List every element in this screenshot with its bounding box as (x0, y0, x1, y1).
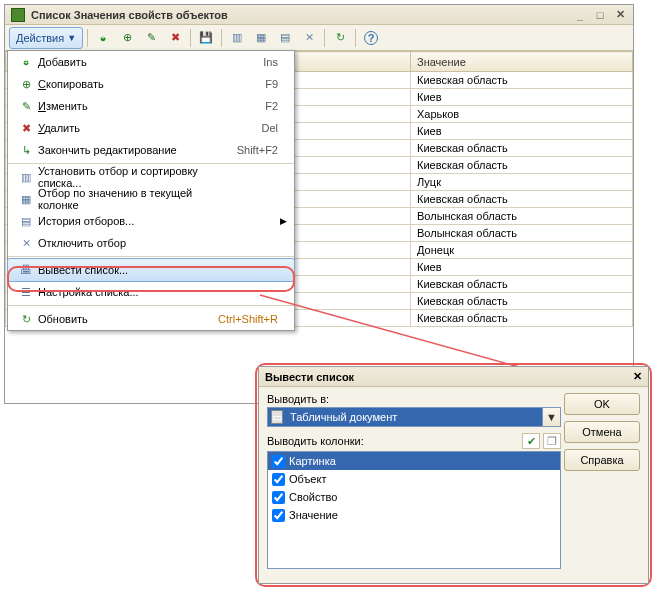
minimize-button[interactable]: _ (573, 8, 587, 22)
menu-filter-history[interactable]: История отборов...▶ (8, 210, 294, 232)
columns-checklist[interactable]: КартинкаОбъектСвойствоЗначение (267, 451, 561, 569)
output-to-label: Выводить в: (267, 393, 561, 405)
save-button[interactable] (195, 27, 217, 49)
filter-button-2[interactable] (250, 27, 272, 49)
col-header-value[interactable]: Значение (411, 52, 633, 72)
window-title: Список Значения свойств объектов (31, 9, 573, 21)
close-button[interactable]: ✕ (613, 8, 627, 22)
help-button[interactable] (360, 27, 382, 49)
titlebar: Список Значения свойств объектов _ □ ✕ (5, 5, 633, 25)
check-item[interactable]: Картинка (268, 452, 560, 470)
output-to-combo[interactable]: Табличный документ ▼ (267, 407, 561, 427)
refresh-button[interactable] (329, 27, 351, 49)
combo-dropdown-button[interactable]: ▼ (542, 408, 560, 426)
menu-config-list[interactable]: Настройка списка... (8, 281, 294, 303)
help-button-dialog[interactable]: Справка (564, 449, 640, 471)
app-icon (11, 8, 25, 22)
menu-endedit[interactable]: Закончить редактированиеShift+F2 (8, 139, 294, 161)
uncheck-all-button[interactable] (543, 433, 561, 449)
menu-refresh[interactable]: ОбновитьCtrl+Shift+R (8, 308, 294, 330)
output-dialog: Вывести список ✕ Выводить в: Табличный д… (258, 366, 649, 584)
column-checkbox[interactable] (272, 509, 285, 522)
context-menu: ДобавитьIns СкопироватьF9 ИзменитьF2 Уда… (7, 50, 295, 331)
columns-label: Выводить колонки: (267, 435, 364, 447)
ok-button[interactable]: OK (564, 393, 640, 415)
menu-filter-off[interactable]: Отключить отбор (8, 232, 294, 254)
column-checkbox[interactable] (272, 455, 285, 468)
menu-set-filter[interactable]: Установить отбор и сортировку списка... (8, 166, 294, 188)
menu-copy[interactable]: СкопироватьF9 (8, 73, 294, 95)
check-all-button[interactable] (522, 433, 540, 449)
document-icon (270, 410, 284, 424)
column-checkbox[interactable] (272, 473, 285, 486)
dialog-close-button[interactable]: ✕ (633, 370, 642, 383)
menu-filter-by-column[interactable]: Отбор по значению в текущей колонке (8, 188, 294, 210)
dialog-title: Вывести список (265, 371, 354, 383)
filter-button-1[interactable] (226, 27, 248, 49)
edit-button[interactable] (140, 27, 162, 49)
cancel-button[interactable]: Отмена (564, 421, 640, 443)
actions-dropdown[interactable]: Действия▼ (9, 27, 83, 49)
add-button[interactable] (92, 27, 114, 49)
check-item[interactable]: Значение (268, 506, 560, 524)
menu-add[interactable]: ДобавитьIns (8, 51, 294, 73)
filter-history-button[interactable] (274, 27, 296, 49)
dialog-titlebar: Вывести список ✕ (259, 367, 648, 387)
maximize-button[interactable]: □ (593, 8, 607, 22)
check-item[interactable]: Свойство (268, 488, 560, 506)
menu-edit[interactable]: ИзменитьF2 (8, 95, 294, 117)
menu-delete[interactable]: УдалитьDel (8, 117, 294, 139)
check-item[interactable]: Объект (268, 470, 560, 488)
column-checkbox[interactable] (272, 491, 285, 504)
copy-button[interactable] (116, 27, 138, 49)
filter-off-button[interactable] (298, 27, 320, 49)
toolbar: Действия▼ (5, 25, 633, 51)
delete-button[interactable] (164, 27, 186, 49)
menu-output-list[interactable]: Вывести список... (7, 258, 295, 282)
